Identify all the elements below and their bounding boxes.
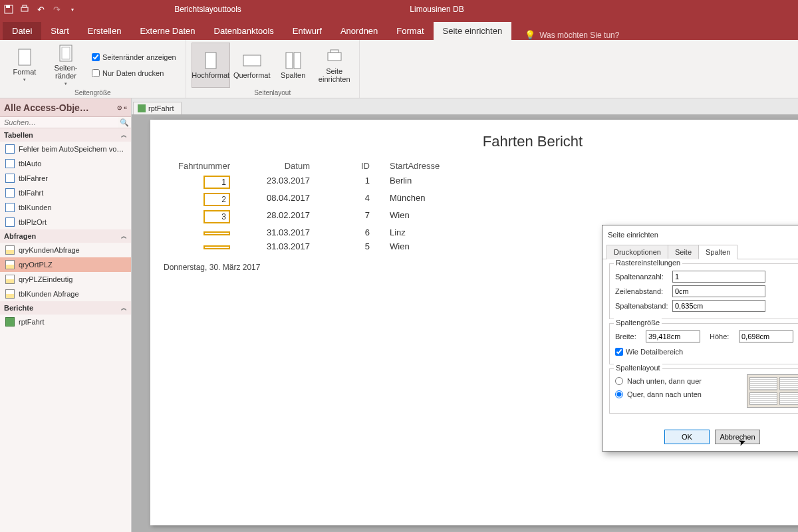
svg-rect-8: [243, 55, 261, 66]
table-icon: [5, 144, 15, 154]
group-label-seitengroesse: Seitengröße: [5, 89, 180, 98]
nav-header[interactable]: Alle Access-Obje… ⊙«: [0, 98, 131, 117]
input-colcount[interactable]: [672, 271, 765, 283]
portrait-icon: [201, 51, 220, 70]
col-header-datum: Datum: [243, 161, 330, 171]
data-only-checkbox[interactable]: Nur Daten drucken: [92, 66, 176, 80]
contextual-tab-title: Berichtslayouttools: [78, 5, 337, 14]
dialog-tab-druckoptionen[interactable]: Druckoptionen: [606, 245, 668, 259]
nav-query-item[interactable]: qryOrtPLZ: [0, 257, 131, 272]
margins-icon: [57, 44, 75, 63]
nav-query-item[interactable]: qryKundenAbfrage: [0, 243, 131, 257]
nav-table-item[interactable]: tblPlzOrt: [0, 215, 131, 229]
ok-button[interactable]: OK: [664, 430, 710, 444]
query-icon: [5, 275, 15, 284]
margins-button[interactable]: Seiten- ränder▾: [47, 43, 85, 88]
tab-anordnen[interactable]: Anordnen: [331, 22, 387, 40]
nav-collapse-icon[interactable]: «: [124, 104, 127, 111]
table-icon: [5, 174, 15, 183]
nav-query-item[interactable]: tblKunden Abfrage: [0, 287, 131, 301]
title-bar: ↶ ↷ ▾ Berichtslayouttools Limousinen DB: [0, 0, 798, 19]
dialog-title-text: Seite einrichten: [608, 231, 658, 239]
nav-query-item[interactable]: qryPLZEindeutig: [0, 272, 131, 287]
svg-rect-11: [328, 53, 341, 61]
nav-table-item[interactable]: tblAuto: [0, 156, 131, 171]
input-width[interactable]: [646, 331, 700, 342]
table-row: 123.03.20171Berlin23,80 €: [164, 174, 798, 191]
dialog-body: Rastereinstellungen Spaltenanzahl: Zeile…: [602, 259, 798, 424]
nav-search: 🔍: [0, 117, 131, 128]
navigation-pane: Alle Access-Obje… ⊙« 🔍 Tabellen︽ Fehler …: [0, 98, 132, 532]
svg-rect-7: [205, 53, 216, 68]
save-icon[interactable]: [3, 3, 15, 15]
nav-report-item[interactable]: rptFahrt: [0, 315, 131, 329]
col-header-id: ID: [330, 161, 390, 171]
nav-table-item[interactable]: tblKunden: [0, 200, 131, 215]
footer-date: Donnerstag, 30. März 2017: [164, 263, 260, 272]
checkbox-detail[interactable]: Wie Detailbereich: [615, 345, 798, 358]
tab-erstellen[interactable]: Erstellen: [78, 22, 131, 40]
table-row: 208.04.20174München16,66 €: [164, 191, 798, 208]
nav-search-input[interactable]: [0, 117, 118, 128]
fieldset-raster: Rastereinstellungen Spaltenanzahl: Zeile…: [609, 263, 798, 319]
nav-group-tables[interactable]: Tabellen︽: [0, 128, 131, 142]
quick-access-toolbar: ↶ ↷ ▾: [3, 3, 78, 15]
nav-table-item[interactable]: Fehler beim AutoSpeichern vo…: [0, 142, 131, 156]
print-icon[interactable]: [19, 3, 31, 15]
file-tab[interactable]: Datei: [3, 22, 41, 40]
dialog-tabs: Druckoptionen Seite Spalten: [602, 244, 798, 259]
cancel-button[interactable]: Abbrechen: [715, 430, 760, 444]
search-icon[interactable]: 🔍: [118, 117, 131, 128]
nav-dropdown-icon[interactable]: ⊙: [117, 104, 122, 111]
radio-down-across[interactable]: Nach unten, dann quer: [615, 374, 747, 388]
tell-me-search[interactable]: 💡 Was möchten Sie tun?: [525, 30, 619, 40]
page-setup-button[interactable]: Seite einrichten: [315, 43, 354, 88]
table-header-row: Fahrtnummer Datum ID StartAdresse Preis: [164, 158, 798, 174]
nav-table-item[interactable]: tblFahrer: [0, 171, 131, 186]
tab-seite-einrichten[interactable]: Seite einrichten: [434, 22, 512, 40]
svg-rect-9: [286, 53, 293, 68]
columns-button[interactable]: Spalten: [274, 43, 313, 88]
qat-customize-icon[interactable]: ▾: [66, 3, 78, 15]
tab-format[interactable]: Format: [387, 22, 433, 40]
radio-across-down[interactable]: Quer, dann nach unten: [615, 388, 747, 401]
tab-datenbanktools[interactable]: Datenbanktools: [205, 22, 283, 40]
input-colspace[interactable]: [672, 300, 765, 312]
table-icon: [5, 159, 15, 168]
query-icon: [5, 245, 15, 255]
redo-icon[interactable]: ↷: [51, 3, 63, 15]
report-icon: [5, 317, 15, 327]
portrait-button[interactable]: Hochformat: [192, 43, 230, 88]
input-height[interactable]: [739, 331, 793, 342]
tab-entwurf[interactable]: Entwurf: [283, 22, 331, 40]
dialog-tab-spalten[interactable]: Spalten: [698, 245, 737, 259]
tab-externe-daten[interactable]: Externe Daten: [130, 22, 204, 40]
label-height: Höhe:: [710, 332, 735, 340]
nav-table-item[interactable]: tblFahrt: [0, 186, 131, 200]
svg-rect-1: [6, 5, 10, 8]
doc-tab-rptfahrt[interactable]: rptFahrt: [133, 102, 182, 114]
svg-rect-4: [19, 49, 31, 65]
page-size-icon: [15, 48, 34, 66]
page-setup-icon: [325, 47, 344, 66]
ribbon: Format▾ Seiten- ränder▾ Seitenränder anz…: [0, 40, 798, 98]
show-margins-checkbox[interactable]: Seitenränder anzeigen: [92, 51, 176, 64]
tab-start[interactable]: Start: [41, 22, 78, 40]
input-rowspace[interactable]: [672, 285, 765, 297]
document-area: rptFahrt Fahrten Bericht Fahrtnummer Dat…: [132, 98, 798, 532]
svg-rect-12: [331, 50, 338, 53]
landscape-icon: [243, 51, 261, 70]
document-tabs: rptFahrt: [132, 98, 798, 114]
ribbon-group-seitengroesse: Format▾ Seiten- ränder▾ Seitenränder anz…: [0, 40, 186, 98]
landscape-button[interactable]: Querformat: [233, 43, 271, 88]
dialog-tab-seite[interactable]: Seite: [668, 245, 699, 259]
undo-icon[interactable]: ↶: [35, 3, 47, 15]
report-icon: [138, 104, 146, 112]
nav-group-reports[interactable]: Berichte︽: [0, 301, 131, 315]
ribbon-tabs: Datei Start Erstellen Externe Daten Date…: [0, 19, 798, 40]
nav-group-queries[interactable]: Abfragen︽: [0, 229, 131, 243]
format-button[interactable]: Format▾: [5, 43, 44, 88]
chevron-up-icon: ︽: [121, 232, 127, 241]
dialog-titlebar[interactable]: Seite einrichten ? ✕: [602, 225, 798, 244]
database-title: Limousinen DB: [337, 5, 537, 14]
